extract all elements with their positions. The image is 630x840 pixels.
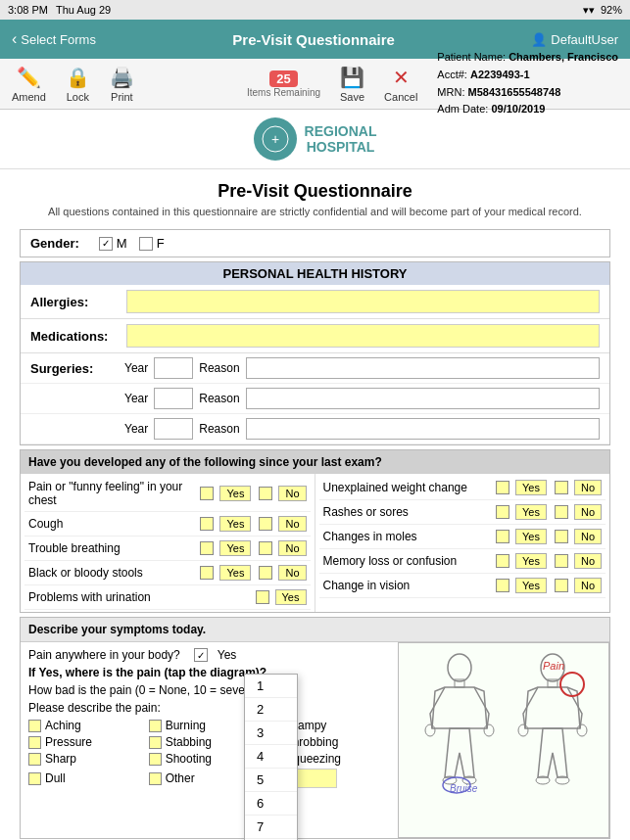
year-input-2[interactable] [154,388,193,409]
sharp-checkbox[interactable] [28,753,41,766]
shooting-checkbox[interactable] [149,753,162,766]
health-item-chest: Pain or "funny feeling" in your chest Ye… [24,476,311,512]
weight-no-btn[interactable]: No [574,480,602,495]
reason-input-3[interactable] [246,418,600,440]
moles-checkbox[interactable] [496,530,509,543]
vision-no-btn[interactable]: No [574,578,602,593]
year-input-1[interactable] [154,357,193,379]
patient-mrn-label: MRN: [437,86,467,98]
surgeries-row-1: Surgeries: Year Reason [21,353,609,384]
form-header: + REGIONAL HOSPITAL [0,110,630,169]
health-item-urination: Problems with urination Yes [24,585,311,610]
pain-anywhere-checkbox[interactable]: ✓ [194,648,208,662]
allergies-row: Allergies: [21,285,609,319]
stools-no-btn[interactable]: No [278,565,306,581]
dropdown-item-6[interactable]: 6 [245,792,297,816]
dropdown-item-2[interactable]: 2 [245,698,297,722]
nav-user: 👤 DefaultUser [531,32,618,47]
surgeries-row-2: Year Reason [21,384,609,414]
back-label: Select Forms [21,32,96,47]
chest-yes-btn[interactable]: Yes [219,486,251,501]
breathing-no-checkbox[interactable] [259,541,272,555]
chest-checkbox[interactable] [200,487,214,500]
memory-checkbox[interactable] [496,554,509,568]
cough-yes-btn[interactable]: Yes [219,516,251,532]
rashes-no-checkbox[interactable] [555,505,568,519]
back-button[interactable]: Select Forms [12,30,96,48]
urination-checkbox[interactable] [256,590,269,604]
dropdown-item-1[interactable]: 1 [245,675,297,698]
cough-checkbox[interactable] [200,517,214,531]
rashes-checkbox[interactable] [496,505,509,519]
dropdown-item-4[interactable]: 4 [245,745,297,769]
medications-row: Medications: [21,319,609,353]
pressure-checkbox[interactable] [28,736,41,749]
health-questions-grid: Pain or "funny feeling" in your chest Ye… [21,474,609,612]
dropdown-item-3[interactable]: 3 [245,722,297,745]
moles-yes-btn[interactable]: Yes [515,529,547,544]
cough-no-btn[interactable]: No [278,516,306,532]
medications-label: Medications: [30,329,119,344]
weight-no-checkbox[interactable] [555,481,568,494]
urination-yes-btn[interactable]: Yes [275,589,307,605]
moles-no-btn[interactable]: No [574,529,602,544]
chest-no-btn[interactable]: No [278,486,306,501]
rashes-yes-btn[interactable]: Yes [515,504,547,520]
print-button[interactable]: 🖨️ Print [110,66,134,103]
allergies-input[interactable] [126,290,600,313]
pain-pressure[interactable]: Pressure [28,735,146,749]
lock-button[interactable]: 🔒 Lock [66,66,90,103]
dull-checkbox[interactable] [28,772,41,785]
hospital-logo: + [254,117,297,161]
memory-yes-btn[interactable]: Yes [515,553,547,569]
cancel-button[interactable]: ✕ Cancel [384,66,417,103]
section-header-personal: PERSONAL HEALTH HISTORY [21,262,609,285]
svg-point-11 [577,724,587,736]
pain-anywhere-label: Pain anywhere in your body? [28,648,180,662]
stools-no-checkbox[interactable] [259,566,272,580]
logo-area: + REGIONAL HOSPITAL [216,117,415,161]
vision-no-checkbox[interactable] [555,579,568,592]
medications-input[interactable] [126,324,600,348]
pain-dull[interactable]: Dull [28,769,146,788]
save-button[interactable]: 💾 Save [340,66,364,103]
pain-scale-dropdown[interactable]: 1 2 3 4 5 6 7 8 9 10 [244,674,298,840]
weight-checkbox[interactable] [496,481,509,494]
body-diagram[interactable]: Pain Bruise [398,642,609,838]
dropdown-item-5[interactable]: 5 [245,769,297,792]
year-input-3[interactable] [154,418,193,440]
breathing-no-btn[interactable]: No [278,540,306,556]
stools-yes-btn[interactable]: Yes [219,565,251,581]
stabbing-checkbox[interactable] [149,736,162,749]
other-checkbox[interactable] [149,772,162,785]
vision-checkbox[interactable] [496,579,509,592]
pain-anywhere-yes: Yes [218,648,237,662]
pain-sharp[interactable]: Sharp [28,752,146,766]
cancel-label: Cancel [384,91,417,103]
gender-male-checkbox[interactable]: ✓ [99,237,113,251]
moles-no-checkbox[interactable] [555,530,568,543]
reason-input-2[interactable] [246,388,600,409]
gender-female-checkbox[interactable] [139,237,153,251]
amend-button[interactable]: ✏️ Amend [12,66,46,103]
aching-checkbox[interactable] [28,720,41,732]
gender-female-option[interactable]: F [139,236,165,251]
memory-no-btn[interactable]: No [574,553,602,569]
burning-checkbox[interactable] [149,720,162,732]
breathing-checkbox[interactable] [200,541,214,555]
cancel-icon: ✕ [393,66,410,89]
chest-no-checkbox[interactable] [259,487,272,500]
vision-yes-btn[interactable]: Yes [515,578,547,593]
personal-health-history: PERSONAL HEALTH HISTORY Allergies: Medic… [20,261,610,445]
gender-male-option[interactable]: ✓ M [99,236,127,251]
pain-aching[interactable]: Aching [28,719,146,732]
cough-no-checkbox[interactable] [259,517,272,531]
weight-yes-btn[interactable]: Yes [515,480,547,495]
stools-checkbox[interactable] [200,566,214,580]
memory-no-checkbox[interactable] [555,554,568,568]
dropdown-item-7[interactable]: 7 [245,816,297,839]
reason-input-1[interactable] [246,357,600,379]
breathing-yes-btn[interactable]: Yes [219,540,251,556]
rashes-no-btn[interactable]: No [574,504,602,520]
svg-point-4 [425,724,435,736]
